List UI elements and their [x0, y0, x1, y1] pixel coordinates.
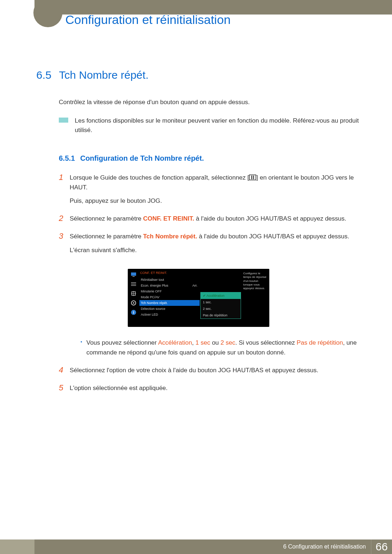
page-content: 6.5 Tch Nombre répét. Contrôlez la vites… [36, 69, 370, 401]
subsection-title: Configuration de Tch Nombre répét. [80, 154, 204, 162]
step-body: Lorsque le Guide des touches de fonction… [70, 173, 370, 210]
text: , [192, 339, 195, 346]
step-number: 2 [59, 214, 70, 223]
subsection-heading: 6.5.1 Configuration de Tch Nombre répét. [59, 154, 370, 163]
step-body: Sélectionnez l'option de votre choix à l… [70, 365, 318, 379]
subsection-number: 6.5.1 [59, 154, 75, 162]
osd-item: Réinitialiser tout [139, 277, 200, 283]
step-text: L'écran suivant s'affiche. [70, 245, 349, 255]
osd-item: Minuterie OFF [139, 288, 200, 294]
highlight: Accélération [158, 339, 192, 346]
step-text: à l'aide du bouton JOG HAUT/BAS et appuy… [194, 215, 346, 222]
page-header-title: Configuration et réinitialisation [65, 13, 230, 27]
step-text: Sélectionnez le paramètre [70, 233, 143, 240]
osd-main-column: CONF. ET REINIT. Réinitialiser tout Econ… [139, 269, 201, 327]
step-1: 1 Lorsque le Guide des touches de foncti… [59, 173, 370, 210]
note-icon [59, 118, 68, 123]
text: ou [210, 339, 220, 346]
bullet-row: • Vous pouvez sélectionner Accélération,… [81, 338, 370, 361]
step-text: Lorsque le Guide des touches de fonction… [70, 174, 249, 181]
osd-item: Détection source [139, 306, 200, 312]
osd-submenu-item-selected: Accélération [201, 292, 241, 299]
highlight: Pas de répétition [297, 339, 343, 346]
text: Vous pouvez sélectionner [86, 339, 158, 346]
step-2: 2 Sélectionnez le paramètre CONF. ET REI… [59, 214, 370, 227]
osd: i CONF. ET REINIT. Réinitialiser tout Ec… [128, 269, 269, 327]
step-3-bullet: • Vous pouvez sélectionner Accélération,… [70, 336, 370, 361]
step-number: 4 [59, 365, 70, 375]
monitor-icon [131, 272, 136, 278]
resize-icon [131, 291, 136, 296]
footer-page-number: 66 [371, 539, 392, 554]
osd-screenshot: i CONF. ET REINIT. Réinitialiser tout Ec… [128, 269, 370, 327]
svg-rect-4 [131, 285, 136, 286]
osd-title: CONF. ET REINIT. [140, 271, 200, 275]
svg-rect-2 [131, 282, 136, 283]
step-text: à l'aide du bouton JOG HAUT/BAS et appuy… [197, 233, 349, 240]
gear-icon [131, 300, 136, 306]
osd-submenu: Accélération 1 sec. 2 sec. Pas de répéti… [200, 292, 241, 319]
step-text: L'option sélectionnée est appliquée. [70, 383, 168, 393]
svg-text:i: i [133, 310, 134, 315]
page-footer: 6 Configuration et réinitialisation 66 [0, 539, 392, 554]
step-number: 5 [59, 383, 70, 393]
step-body: Sélectionnez le paramètre Tch Nombre rép… [70, 231, 349, 258]
step-body: Sélectionnez le paramètre CONF. ET REINI… [70, 214, 346, 227]
osd-help-text: Configurez le temps de réponse d'un bout… [241, 269, 269, 327]
highlight: CONF. ET REINIT. [143, 215, 194, 222]
osd-item: Econ. énergie Plus Arr. [139, 283, 200, 288]
highlight: 2 sec [221, 339, 236, 346]
step-3: 3 Sélectionnez le paramètre Tch Nombre r… [59, 231, 370, 258]
step-text: Sélectionnez l'option de votre choix à l… [70, 365, 318, 375]
step-5: 5 L'option sélectionnée est appliquée. [59, 383, 370, 397]
text: . Si vous sélectionnez [235, 339, 297, 346]
footer-chapter: 6 Configuration et réinitialisation [34, 539, 371, 554]
step-number: 1 [59, 173, 70, 182]
step-4: 4 Sélectionnez l'option de votre choix à… [59, 365, 370, 379]
osd-submenu-item: 2 sec. [201, 305, 241, 312]
svg-point-7 [133, 302, 134, 304]
chapter-circle [33, 0, 62, 27]
note-text: Les fonctions disponibles sur le moniteu… [75, 116, 370, 135]
section-heading: 6.5 Tch Nombre répét. [36, 69, 370, 81]
step-list: 1 Lorsque le Guide des touches de foncti… [59, 173, 370, 397]
top-bar-gutter [0, 0, 34, 15]
osd-item: Mode PC/AV [139, 294, 200, 300]
osd-item-active: Tch Nombre répét. [139, 300, 200, 306]
step-number: 3 [59, 231, 70, 241]
section-number: 6.5 [36, 69, 57, 81]
info-icon: i [131, 309, 136, 315]
svg-rect-3 [131, 284, 136, 284]
osd-submenu-item: 1 sec. [201, 299, 241, 305]
step-text: Sélectionnez le paramètre [70, 215, 143, 222]
osd-item: Activer LED [139, 312, 200, 317]
osd-icon-column: i [128, 269, 139, 327]
list-icon [131, 281, 136, 287]
svg-rect-0 [131, 272, 136, 276]
osd-submenu-column: Accélération 1 sec. 2 sec. Pas de répéti… [201, 269, 241, 327]
footer-gutter [0, 539, 34, 554]
bullet-text: Vous pouvez sélectionner Accélération, 1… [86, 338, 370, 361]
svg-rect-1 [132, 276, 135, 277]
step-text: Puis, appuyez sur le bouton JOG. [70, 196, 370, 206]
osd-submenu-item: Pas de répétition [201, 312, 241, 319]
highlight: 1 sec [196, 339, 211, 346]
osd-item-value: Arr. [192, 284, 197, 287]
intro-paragraph: Contrôlez la vitesse de réponse d'un bou… [59, 99, 370, 106]
highlight: Tch Nombre répét. [143, 233, 197, 240]
menu-icon [249, 175, 256, 180]
step-body: L'option sélectionnée est appliquée. [70, 383, 168, 397]
section-title: Tch Nombre répét. [59, 69, 148, 81]
osd-item-label: Econ. énergie Plus [141, 284, 168, 287]
note-block: Les fonctions disponibles sur le moniteu… [59, 116, 370, 135]
bullet-icon: • [81, 340, 86, 361]
